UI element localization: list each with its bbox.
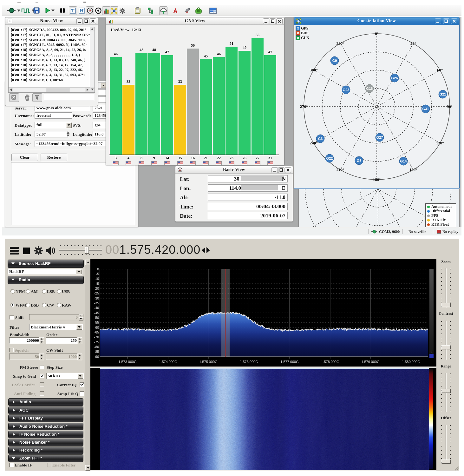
svg-text:180°: 180° [373,177,381,182]
svg-text:G27: G27 [376,136,383,139]
svg-text:1.580 000G: 1.580 000G [402,360,420,364]
svg-text:-60: -60 [94,326,99,329]
svg-text:-35: -35 [94,301,99,305]
svg-text:-70: -70 [94,335,99,339]
svg-text:1.579 000G: 1.579 000G [361,360,380,364]
svg-text:G23: G23 [343,88,350,92]
svg-text:-30: -30 [94,296,99,300]
svg-text:2: 2 [430,350,432,354]
svg-text:G9: G9 [332,59,337,63]
svg-text:1.574 000G: 1.574 000G [159,360,177,364]
svg-text:210°: 210° [337,167,344,172]
svg-text:1.573 000G: 1.573 000G [118,360,137,364]
svg-text:-75: -75 [94,340,99,344]
svg-text:G22: G22 [326,156,333,160]
svg-text:120°: 120° [436,141,444,145]
svg-text:G16: G16 [366,87,373,90]
svg-text:0: 0 [97,267,99,271]
svg-text:G21: G21 [440,92,446,96]
svg-text:-40: -40 [94,306,99,310]
svg-text:-45: -45 [94,311,99,315]
svg-text:-25: -25 [94,291,99,295]
svg-text:300°: 300° [310,68,318,72]
svg-text:-90: -90 [94,355,99,359]
svg-text:H: H [80,8,84,13]
svg-text:240°: 240° [310,141,318,145]
svg-text:T: T [71,8,74,13]
svg-text:-15: -15 [94,282,99,286]
svg-text:G31: G31 [422,107,429,111]
svg-text:G14: G14 [400,159,407,163]
svg-text:-85: -85 [94,350,99,354]
svg-text:150°: 150° [409,167,417,172]
svg-text:90°: 90° [447,104,453,109]
svg-text:0°: 0° [375,31,379,36]
svg-text:-65: -65 [94,330,99,334]
svg-text:1.575 000G: 1.575 000G [199,360,218,364]
svg-text:-20: -20 [94,287,99,290]
svg-text:30°: 30° [410,41,416,46]
svg-text:-10: -10 [94,277,99,281]
svg-text:330°: 330° [337,41,344,46]
svg-text:-80: -80 [94,345,99,349]
svg-text:-55: -55 [94,321,99,324]
svg-text:-50: -50 [94,316,99,320]
svg-text:G8: G8 [357,159,362,162]
svg-text:60°: 60° [437,68,443,72]
svg-text:G3: G3 [318,137,323,141]
svg-text:1.577 000G: 1.577 000G [280,360,299,364]
svg-text:G26: G26 [391,76,398,80]
svg-text:270°: 270° [300,104,308,109]
svg-text:-5: -5 [96,272,99,276]
svg-text:1.578 000G: 1.578 000G [321,360,339,364]
svg-text:1.576 000G: 1.576 000G [240,360,258,364]
